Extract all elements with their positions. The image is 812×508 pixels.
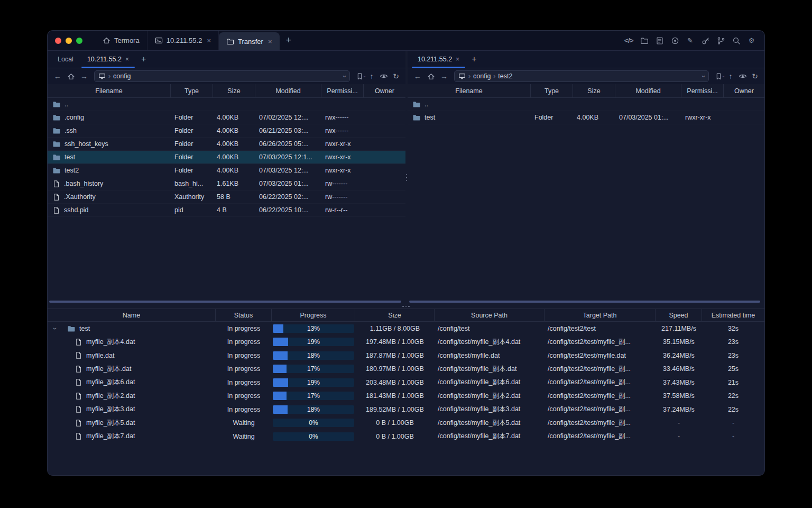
search-icon[interactable]: [732, 36, 741, 45]
column-header-filename[interactable]: Filename: [408, 84, 531, 97]
column-header-name[interactable]: Name: [48, 309, 216, 321]
chevron-down-icon[interactable]: ›: [341, 75, 349, 77]
column-header-size[interactable]: Size: [213, 84, 255, 97]
home-icon[interactable]: [425, 70, 437, 83]
minimize-window-button[interactable]: [66, 38, 72, 44]
app-tab-termora[interactable]: Termora: [95, 31, 147, 50]
transfer-size: 203.48MB / 1.00GB: [355, 379, 435, 386]
forward-arrow-icon[interactable]: →: [438, 70, 450, 83]
column-header-filename[interactable]: Filename: [48, 84, 171, 97]
progress-label: 13%: [273, 324, 354, 333]
column-header-source-path[interactable]: Source Path: [435, 309, 545, 321]
key-icon[interactable]: [701, 36, 710, 45]
column-header-modified[interactable]: Modified: [615, 84, 681, 97]
expand-chevron-icon[interactable]: ›: [51, 324, 59, 333]
column-header-permissions[interactable]: Permissi...: [681, 84, 724, 97]
upload-arrow-icon[interactable]: ↑: [725, 70, 736, 83]
tab-local[interactable]: Local: [51, 51, 80, 68]
file-row[interactable]: test Folder 4.00KB 07/03/2025 01:... rwx…: [408, 111, 764, 124]
back-arrow-icon[interactable]: ←: [51, 70, 64, 83]
column-header-modified[interactable]: Modified: [255, 84, 321, 97]
record-icon[interactable]: [670, 36, 679, 45]
file-row[interactable]: sshd.pid pid 4 B 06/22/2025 10:... rw-r-…: [48, 204, 405, 217]
transfer-row[interactable]: myfile_副本2.dat In progress 17% 181.43MB …: [48, 389, 764, 403]
path-breadcrumb-input[interactable]: ›config›test2 ›: [454, 70, 709, 82]
transfer-row[interactable]: myfile_副本4.dat In progress 19% 197.48MB …: [48, 335, 764, 349]
close-window-button[interactable]: [55, 38, 61, 44]
branch-icon[interactable]: [716, 36, 725, 45]
tab-remote-host[interactable]: 10.211.55.2 ×: [80, 51, 136, 68]
file-row[interactable]: .ssh Folder 4.00KB 06/21/2025 03:... rwx…: [48, 124, 405, 138]
home-icon[interactable]: [64, 70, 77, 83]
file-row[interactable]: test Folder 4.00KB 07/03/2025 12:1... rw…: [48, 151, 405, 164]
show-hidden-eye-icon[interactable]: [737, 70, 749, 83]
new-panel-tab-button[interactable]: +: [466, 51, 482, 68]
transfer-row[interactable]: myfile_副本6.dat In progress 19% 203.48MB …: [48, 376, 764, 389]
zoom-window-button[interactable]: [76, 38, 82, 44]
forward-arrow-icon[interactable]: →: [78, 70, 90, 83]
path-breadcrumb-input[interactable]: ›config ›: [94, 70, 350, 82]
breadcrumb-segment[interactable]: config: [113, 72, 131, 80]
column-header-target-path[interactable]: Target Path: [545, 309, 656, 321]
refresh-icon[interactable]: ↻: [390, 70, 402, 83]
code-icon[interactable]: </>: [624, 36, 633, 45]
close-tab-icon[interactable]: ×: [125, 56, 129, 63]
bookmark-dropdown-icon[interactable]: ›: [721, 76, 726, 77]
close-tab-icon[interactable]: ×: [207, 37, 211, 44]
tab-remote-host[interactable]: 10.211.55.2 ×: [411, 51, 466, 68]
file-row[interactable]: ..: [408, 98, 764, 111]
bookmark-dropdown-icon[interactable]: ›: [362, 76, 367, 77]
file-icon: [75, 351, 82, 359]
transfer-row[interactable]: myfile_副本3.dat In progress 18% 189.52MB …: [48, 403, 764, 416]
progress-label: 18%: [273, 351, 354, 360]
column-header-size[interactable]: Size: [355, 309, 435, 321]
left-path-toolbar: ← → ›config › › ↑ ↻: [48, 68, 405, 84]
file-row[interactable]: .Xauthority Xauthority 58 B 06/22/2025 0…: [48, 190, 405, 204]
file-row[interactable]: .bash_history bash_hi... 1.61KB 07/03/20…: [48, 177, 405, 190]
column-header-permissions[interactable]: Permissi...: [321, 84, 364, 97]
file-permissions: rw-------: [321, 193, 364, 201]
column-header-estimated-time[interactable]: Estimated time: [702, 309, 764, 321]
app-tab-host[interactable]: 10.211.55.2 ×: [147, 31, 219, 50]
file-row[interactable]: ..: [48, 98, 405, 111]
breadcrumb: ›config: [108, 72, 131, 80]
transfer-row[interactable]: myfile_副本.dat In progress 17% 180.97MB /…: [48, 362, 764, 376]
breadcrumb-segment[interactable]: test2: [498, 72, 512, 80]
new-panel-tab-button[interactable]: +: [136, 51, 151, 68]
file-row[interactable]: .config Folder 4.00KB 07/02/2025 12:... …: [48, 111, 405, 124]
transfer-row[interactable]: myfile.dat In progress 18% 187.87MB / 1.…: [48, 349, 764, 362]
column-header-speed[interactable]: Speed: [656, 309, 702, 321]
show-hidden-eye-icon[interactable]: [378, 70, 390, 83]
horizontal-scrollbar[interactable]: [49, 301, 401, 303]
horizontal-splitter[interactable]: [48, 304, 764, 309]
column-header-owner[interactable]: Owner: [724, 84, 764, 97]
column-header-progress[interactable]: Progress: [272, 309, 355, 321]
transfer-status: In progress: [216, 338, 272, 346]
folder-icon[interactable]: [640, 36, 649, 45]
transfer-row[interactable]: › test In progress 13%: [48, 322, 764, 335]
app-tabs: Termora 10.211.55.2 × Transfer × +: [95, 31, 298, 50]
upload-arrow-icon[interactable]: ↑: [366, 70, 377, 83]
transfer-row[interactable]: myfile_副本7.dat Waiting 0% 0 B / 1.00GB /…: [48, 430, 764, 443]
transfer-row[interactable]: myfile_副本5.dat Waiting 0% 0 B / 1.00GB /…: [48, 416, 764, 430]
column-header-owner[interactable]: Owner: [364, 84, 405, 97]
new-app-tab-button[interactable]: +: [280, 31, 298, 50]
column-header-size[interactable]: Size: [573, 84, 615, 97]
file-row[interactable]: test2 Folder 4.00KB 07/03/2025 12:... rw…: [48, 164, 405, 177]
breadcrumb-segment[interactable]: config: [473, 72, 491, 80]
close-tab-icon[interactable]: ×: [456, 56, 459, 63]
right-path-toolbar: ← → ›config›test2 › › ↑ ↻: [408, 68, 764, 84]
settings-gear-icon[interactable]: ⚙: [747, 36, 756, 45]
column-header-status[interactable]: Status: [216, 309, 272, 321]
journal-icon[interactable]: [655, 36, 664, 45]
pencil-icon[interactable]: ✎: [686, 36, 695, 45]
close-tab-icon[interactable]: ×: [268, 38, 272, 46]
column-header-type[interactable]: Type: [531, 84, 573, 97]
back-arrow-icon[interactable]: ←: [411, 70, 424, 83]
app-tab-transfer[interactable]: Transfer ×: [219, 32, 280, 50]
file-row[interactable]: ssh_host_keys Folder 4.00KB 06/26/2025 0…: [48, 138, 405, 151]
column-header-type[interactable]: Type: [171, 84, 213, 97]
chevron-down-icon[interactable]: ›: [700, 75, 708, 77]
horizontal-scrollbar[interactable]: [409, 301, 760, 303]
refresh-icon[interactable]: ↻: [749, 70, 761, 83]
